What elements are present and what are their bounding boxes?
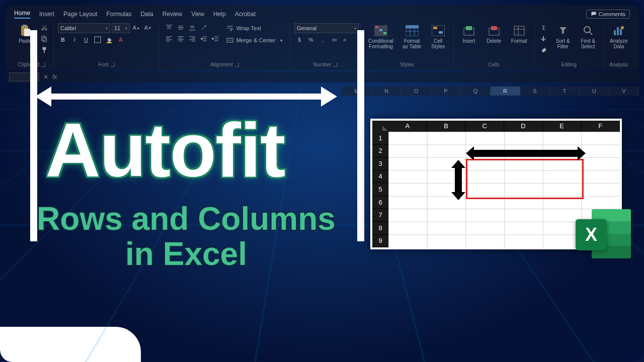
col-header[interactable]: V (609, 86, 639, 96)
font-color-button[interactable]: A (116, 35, 126, 44)
orientation-button[interactable] (199, 23, 209, 32)
bracket-right (357, 30, 364, 241)
mini-row[interactable]: 6 (372, 196, 388, 209)
mini-row[interactable]: 2 (372, 145, 388, 158)
col-header[interactable]: P (431, 86, 461, 96)
comma-button[interactable]: , (317, 35, 328, 44)
svg-rect-24 (491, 26, 497, 30)
clear-button[interactable] (539, 45, 549, 54)
tab-home[interactable]: Home (14, 10, 30, 19)
tab-view[interactable]: View (191, 11, 204, 18)
col-header[interactable]: U (580, 86, 609, 96)
select-all-corner[interactable] (372, 121, 388, 132)
mini-row[interactable]: 1 (372, 132, 388, 145)
alignment-dialog-launcher[interactable] (235, 63, 239, 67)
col-header[interactable]: N (372, 86, 401, 96)
sort-filter-button[interactable]: Sort & Filter (552, 23, 574, 50)
align-left-button[interactable] (164, 34, 174, 43)
format-cells-button[interactable]: Format (508, 23, 530, 45)
font-size-combo[interactable]: 11▾ (112, 23, 130, 33)
conditional-formatting-button[interactable]: Conditional Formatting (365, 23, 397, 50)
analyze-data-button[interactable]: Analyze Data (608, 23, 630, 50)
cut-button[interactable] (39, 23, 49, 32)
col-header[interactable]: Q (461, 86, 491, 96)
tab-data[interactable]: Data (140, 11, 153, 18)
merge-icon (226, 37, 233, 44)
svg-rect-20 (439, 31, 443, 34)
align-center-button[interactable] (176, 34, 186, 43)
mini-col[interactable]: F (581, 121, 620, 132)
mini-col[interactable]: E (543, 121, 582, 132)
mini-row[interactable]: 5 (372, 183, 388, 196)
mini-row[interactable]: 8 (372, 222, 388, 235)
font-dialog-launcher[interactable] (111, 63, 115, 67)
align-right-button[interactable] (187, 34, 197, 43)
increase-decimal-button[interactable]: .00 (329, 35, 339, 44)
bold-button[interactable]: B (58, 35, 68, 44)
tab-help[interactable]: Help (213, 11, 226, 18)
wrap-text-button[interactable]: Wrap Text (223, 23, 286, 33)
format-painter-button[interactable] (39, 45, 49, 54)
col-header[interactable]: T (550, 86, 580, 96)
currency-button[interactable]: $ (294, 35, 304, 44)
clipboard-dialog-launcher[interactable] (41, 63, 45, 67)
insert-cells-button[interactable]: Insert (458, 23, 480, 45)
align-left-icon (166, 35, 173, 42)
italic-button[interactable]: I (69, 35, 79, 44)
find-select-button[interactable]: Find & Select (577, 23, 599, 50)
fx-label[interactable]: fx (52, 73, 57, 80)
fill-button[interactable] (539, 34, 549, 43)
mini-row[interactable]: 3 (372, 157, 388, 170)
font-family-combo[interactable]: Calibri▾ (58, 23, 110, 33)
inc-dec-icon: .00 (331, 36, 338, 43)
autosum-button[interactable]: Σ (539, 23, 549, 32)
increase-indent-button[interactable] (210, 34, 220, 43)
mini-col[interactable]: A (388, 121, 427, 132)
number-dialog-launcher[interactable] (333, 63, 337, 67)
mini-row[interactable]: 9 (372, 235, 388, 248)
delete-cells-button[interactable]: Delete (483, 23, 505, 45)
cancel-formula-icon[interactable]: ✕ (43, 73, 48, 80)
col-header[interactable]: S (520, 86, 550, 96)
tab-insert[interactable]: Insert (39, 11, 54, 18)
copy-button[interactable] (39, 34, 49, 43)
conditional-formatting-label: Conditional Formatting (367, 38, 395, 49)
tab-page-layout[interactable]: Page Layout (63, 11, 97, 18)
underline-button[interactable]: U (81, 35, 91, 44)
decrease-decimal-button[interactable]: .0 (341, 35, 351, 44)
mini-col[interactable]: C (465, 121, 504, 132)
analyze-icon (613, 25, 625, 36)
col-header[interactable]: O (401, 86, 431, 96)
svg-text:.0: .0 (343, 38, 346, 42)
mini-col[interactable]: D (504, 121, 543, 132)
cell-styles-button[interactable]: Cell Styles (427, 23, 449, 50)
format-as-table-button[interactable]: Format as Table (400, 23, 424, 50)
svg-rect-7 (95, 37, 101, 43)
fill-color-button[interactable] (104, 35, 114, 44)
mini-row[interactable]: 7 (372, 209, 388, 222)
analyze-data-label: Analyze Data (610, 38, 628, 49)
font-family-value: Calibri (60, 25, 76, 31)
decrease-indent-button[interactable] (199, 34, 209, 43)
mini-col[interactable]: B (427, 121, 466, 132)
borders-button[interactable] (93, 35, 103, 44)
svg-rect-2 (24, 29, 30, 36)
mini-row[interactable]: 4 (372, 170, 388, 184)
increase-font-button[interactable]: A▲ (131, 23, 141, 32)
formula-input[interactable] (61, 73, 635, 81)
align-middle-button[interactable] (176, 23, 186, 32)
decrease-font-button[interactable]: A▼ (143, 23, 153, 32)
align-bottom-button[interactable] (187, 23, 197, 32)
percent-button[interactable]: % (306, 35, 316, 44)
col-header-selected[interactable]: R (491, 86, 520, 96)
comments-label: Comments (599, 11, 625, 17)
number-format-value: General (297, 25, 316, 31)
align-top-button[interactable] (164, 23, 174, 32)
number-format-combo[interactable]: General▾ (294, 23, 359, 33)
tab-review[interactable]: Review (163, 11, 182, 18)
tab-acrobat[interactable]: Acrobat (235, 11, 256, 18)
tab-formulas[interactable]: Formulas (106, 11, 131, 18)
comments-button[interactable]: Comments (586, 10, 630, 19)
merge-center-button[interactable]: Merge & Center▾ (223, 35, 286, 45)
format-cells-label: Format (511, 38, 527, 44)
